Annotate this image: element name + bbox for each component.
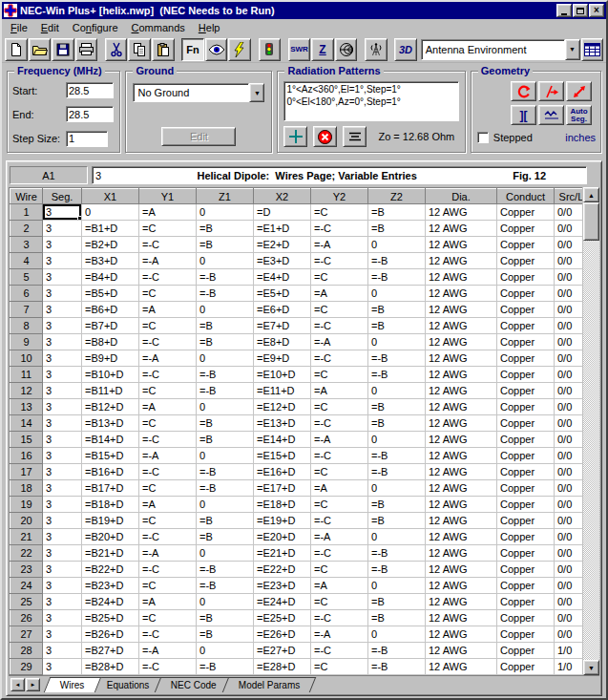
grid-cell[interactable]: 12 AWG — [426, 448, 497, 464]
grid-cell[interactable]: 0/0 — [555, 432, 583, 448]
threed-button[interactable]: 3D — [394, 38, 417, 61]
grid-cell[interactable]: =E25+D — [254, 610, 311, 626]
grid-cell[interactable]: =E11+D — [254, 383, 311, 399]
grid-cell[interactable]: Copper — [497, 269, 555, 286]
grid-cell[interactable]: 0/0 — [555, 415, 583, 432]
grid-cell[interactable]: =B — [197, 334, 254, 350]
grid-cell[interactable]: 12 AWG — [426, 545, 497, 562]
grid-cell[interactable]: =B4+D — [82, 269, 139, 286]
grid-cell[interactable]: 3 — [43, 562, 82, 578]
grid-cell[interactable]: =-B — [197, 269, 254, 286]
grid-cell[interactable]: 0 — [197, 399, 254, 415]
grid-cell[interactable]: 0/0 — [555, 610, 583, 626]
grid-cell[interactable]: =-C — [139, 367, 197, 383]
grid-cell[interactable]: 0/0 — [555, 350, 583, 367]
row-header[interactable]: 14 — [10, 415, 43, 432]
grid-cell[interactable]: Copper — [497, 480, 555, 497]
grid-cell[interactable]: =C — [311, 367, 368, 383]
grid-cell[interactable]: =E5+D — [254, 286, 311, 302]
row-header[interactable]: 4 — [10, 253, 43, 269]
row-header[interactable]: 7 — [10, 302, 43, 318]
grid-cell[interactable]: =B5+D — [82, 286, 139, 302]
grid-cell[interactable]: =-A — [139, 253, 197, 269]
grid-cell[interactable]: =B28+D — [82, 659, 139, 675]
grid-cell[interactable]: =-B — [368, 253, 426, 269]
grid-cell[interactable]: =-C — [139, 334, 197, 350]
grid-cell[interactable]: Copper — [497, 399, 555, 415]
grid-cell[interactable]: =B — [368, 610, 426, 626]
grid-cell[interactable]: 3 — [43, 464, 82, 480]
grid-cell[interactable]: 0 — [368, 480, 426, 497]
grid-cell[interactable]: =C — [139, 610, 197, 626]
row-header[interactable]: 19 — [10, 497, 43, 513]
grid-cell[interactable]: 0/0 — [555, 237, 583, 253]
grid-cell[interactable]: 12 AWG — [426, 269, 497, 286]
save-button[interactable] — [52, 38, 74, 61]
grid-cell[interactable]: =-A — [311, 237, 368, 253]
grid-cell[interactable]: 0/0 — [555, 204, 583, 221]
grid-cell[interactable]: =E4+D — [254, 269, 311, 286]
grid-cell[interactable]: 3 — [43, 529, 82, 545]
grid-cell[interactable]: =A — [139, 497, 197, 513]
view-button[interactable] — [205, 38, 228, 61]
grid-cell[interactable]: =B22+D — [82, 562, 139, 578]
grid-cell[interactable]: =B17+D — [82, 480, 139, 497]
column-header-conduct[interactable]: Conduct — [497, 189, 555, 204]
impedance-button[interactable]: Z — [311, 38, 334, 61]
column-header-x2[interactable]: X2 — [254, 189, 311, 204]
grid-cell[interactable]: =E16+D — [254, 464, 311, 480]
grid-cell[interactable]: =B — [197, 513, 254, 529]
grid-cell[interactable]: 0/0 — [555, 367, 583, 383]
grid-cell[interactable]: 3 — [43, 367, 82, 383]
grid-cell[interactable]: =-A — [311, 529, 368, 545]
grid-cell[interactable]: 3 — [43, 545, 82, 562]
grid-cell[interactable]: =E14+D — [254, 432, 311, 448]
grid-cell[interactable]: 0/0 — [555, 545, 583, 562]
ground-select[interactable]: No Ground ▼ — [133, 83, 264, 102]
grid-cell[interactable]: =C — [311, 659, 368, 675]
grid-cell[interactable]: =-A — [139, 350, 197, 367]
app-icon[interactable] — [4, 4, 17, 17]
grid-cell[interactable]: 0/0 — [555, 318, 583, 334]
grid-cell[interactable]: =B24+D — [82, 594, 139, 610]
edit-ground-button[interactable]: Edit — [161, 127, 236, 146]
pattern-listbox[interactable]: 1°<Az<360°,El=1°,Step=1°0°<El<180°,Az=0°… — [283, 81, 458, 121]
grid-cell[interactable]: =B9+D — [82, 350, 139, 367]
swr-button[interactable]: SWR — [288, 38, 311, 61]
grid-cell[interactable]: 12 AWG — [426, 367, 497, 383]
grid-cell[interactable]: =B — [368, 204, 426, 221]
grid-cell[interactable]: =-B — [368, 562, 426, 578]
grid-cell[interactable]: 0 — [368, 529, 426, 545]
grid-cell[interactable]: =E22+D — [254, 562, 311, 578]
grid-cell[interactable]: 3 — [43, 286, 82, 302]
grid-cell[interactable]: Copper — [497, 448, 555, 464]
grid-cell[interactable]: 1/0 — [555, 659, 583, 675]
grid-cell[interactable]: =-C — [311, 221, 368, 237]
grid-cell[interactable]: =-C — [311, 318, 368, 334]
tab-scroll-left-button[interactable]: ◄ — [10, 678, 25, 691]
grid-cell[interactable]: =E1+D — [254, 221, 311, 237]
grid-cell[interactable]: =B — [368, 399, 426, 415]
grid-cell[interactable]: =-B — [368, 350, 426, 367]
row-header[interactable]: 13 — [10, 399, 43, 415]
maximize-button[interactable] — [573, 4, 588, 17]
grid-cell[interactable]: =B — [197, 221, 254, 237]
grid-cell[interactable]: =B — [197, 529, 254, 545]
grid-cell[interactable]: =E27+D — [254, 643, 311, 659]
grid-cell[interactable]: 3 — [43, 497, 82, 513]
grid-cell[interactable]: =A — [311, 578, 368, 594]
grid-cell[interactable]: 12 AWG — [426, 610, 497, 626]
grid-cell[interactable]: 12 AWG — [426, 432, 497, 448]
grid-cell[interactable]: =E6+D — [254, 302, 311, 318]
tab-nec-code[interactable]: NEC Code — [155, 677, 233, 692]
spreadsheet-button[interactable] — [581, 38, 604, 61]
menu-commands[interactable]: Commands — [125, 21, 192, 34]
grid-cell[interactable]: =A — [311, 480, 368, 497]
grid-cell[interactable]: 3 — [43, 432, 82, 448]
step-size-input[interactable] — [66, 131, 108, 147]
grid-cell[interactable]: =B10+D — [82, 367, 139, 383]
grid-cell[interactable]: 0/0 — [555, 269, 583, 286]
scroll-up-button[interactable]: ▲ — [583, 187, 599, 202]
grid-cell[interactable]: =B — [197, 318, 254, 334]
grid-cell[interactable]: 3 — [43, 415, 82, 432]
